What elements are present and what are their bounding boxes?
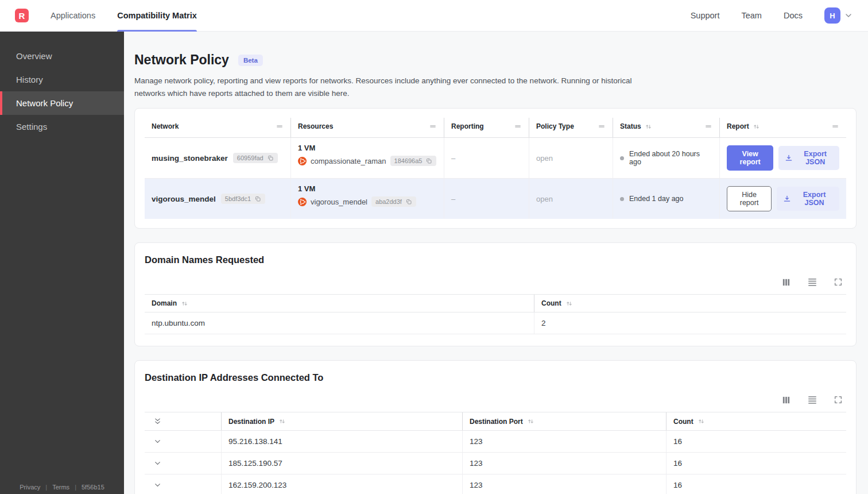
- avatar[interactable]: H: [824, 7, 840, 24]
- row-expand-chevron-icon[interactable]: [152, 481, 162, 489]
- terms-link[interactable]: Terms: [52, 484, 69, 491]
- column-header-status: Status: [613, 118, 719, 137]
- copy-icon[interactable]: [254, 195, 261, 202]
- download-icon: [783, 195, 791, 203]
- column-header-resources: Resources: [290, 118, 444, 137]
- user-menu[interactable]: H: [824, 7, 853, 24]
- fullscreen-icon[interactable]: [834, 395, 843, 404]
- report-cell: View report Export JSON: [719, 138, 846, 178]
- hide-report-button[interactable]: Hide report: [727, 186, 772, 211]
- sort-icon[interactable]: [181, 300, 188, 307]
- destination-port-cell: 123: [462, 474, 666, 494]
- column-header-reporting-label: Reporting: [451, 122, 484, 130]
- column-header-destination-ip: Destination IP: [221, 412, 462, 430]
- row-expand-chevron-icon[interactable]: [152, 437, 162, 446]
- row-expand-chevron-icon[interactable]: [152, 459, 162, 468]
- rows-density-icon[interactable]: [807, 277, 817, 287]
- column-header-policy-type-label: Policy Type: [536, 122, 574, 130]
- network-id-badge: 60959fad: [233, 153, 278, 163]
- sidebar-footer: Privacy | Terms | 5f56b15: [0, 484, 124, 491]
- columns-icon[interactable]: [781, 277, 791, 287]
- network-name-cell: vigorous_mendel 5bdf3dc1: [145, 179, 290, 219]
- count-cell: 16: [666, 431, 846, 452]
- nav-link-docs[interactable]: Docs: [784, 11, 803, 20]
- sidebar-item-overview-label: Overview: [16, 51, 52, 61]
- export-json-button[interactable]: Export JSON: [778, 146, 839, 170]
- column-resize-handle-icon[interactable]: [429, 122, 437, 130]
- destination-row[interactable]: 162.159.200.123 123 16: [145, 474, 846, 494]
- sort-icon[interactable]: [527, 418, 534, 425]
- destination-row[interactable]: 185.125.190.57 123 16: [145, 453, 846, 474]
- resource-summary: 1 VM: [298, 144, 315, 152]
- copy-icon[interactable]: [267, 155, 274, 161]
- network-id-badge: 5bdf3dc1: [221, 194, 265, 204]
- column-resize-handle-icon[interactable]: [276, 122, 284, 130]
- tab-compatibility-matrix[interactable]: Compatibility Matrix: [117, 0, 197, 32]
- main-content: Network Policy Beta Manage network polic…: [124, 32, 868, 494]
- destination-row[interactable]: 95.216.138.141 123 16: [145, 431, 846, 453]
- sidebar-item-network-policy-label: Network Policy: [16, 98, 73, 108]
- table-toolbar: [145, 395, 843, 405]
- nav-link-team[interactable]: Team: [741, 11, 761, 20]
- page-header: Network Policy Beta: [134, 52, 857, 68]
- tab-applications[interactable]: Applications: [51, 0, 95, 32]
- view-report-button[interactable]: View report: [727, 145, 773, 171]
- nav-link-support[interactable]: Support: [691, 11, 720, 20]
- network-id: 60959fad: [237, 155, 264, 161]
- active-tab-underline: [117, 30, 197, 32]
- domain-card-title: Domain Names Requested: [145, 254, 846, 265]
- copy-icon[interactable]: [405, 198, 412, 205]
- column-header-destination-ip-label: Destination IP: [228, 418, 274, 426]
- column-header-destination-port-label: Destination Port: [470, 418, 523, 426]
- destination-card-title: Destination IP Addresses Connected To: [145, 372, 846, 383]
- column-resize-handle-icon[interactable]: [704, 122, 712, 130]
- expander-cell: [145, 453, 221, 474]
- sidebar-item-history-label: History: [16, 75, 43, 84]
- status-cell: Ended 1 day ago: [613, 179, 719, 219]
- chevron-down-icon[interactable]: [844, 11, 853, 20]
- column-header-domain: Domain: [145, 295, 534, 312]
- tab-applications-label: Applications: [51, 11, 95, 20]
- sort-icon[interactable]: [278, 418, 286, 425]
- resource-summary: 1 VM: [298, 184, 315, 193]
- domain-row[interactable]: ntp.ubuntu.com 2: [145, 312, 846, 334]
- column-resize-handle-icon[interactable]: [831, 122, 839, 130]
- destination-ip-cell: 162.159.200.123: [221, 474, 462, 494]
- fullscreen-icon[interactable]: [834, 277, 843, 287]
- rows-density-icon[interactable]: [807, 395, 817, 405]
- copy-icon[interactable]: [425, 157, 432, 164]
- expander-cell: [145, 431, 221, 452]
- column-header-count: Count: [534, 295, 846, 312]
- sidebar-item-settings[interactable]: Settings: [0, 115, 124, 138]
- sort-icon[interactable]: [645, 123, 652, 130]
- column-resize-handle-icon[interactable]: [598, 122, 606, 130]
- column-header-domain-label: Domain: [152, 299, 177, 307]
- build-version: 5f56b15: [82, 484, 104, 491]
- resources-cell: 1 VM compassionate_raman 184696a5: [290, 138, 444, 178]
- beta-badge: Beta: [238, 55, 263, 66]
- sort-icon[interactable]: [698, 418, 705, 425]
- network-row-musing-stonebraker[interactable]: musing_stonebraker 60959fad 1 VM compass…: [145, 138, 846, 178]
- export-json-button[interactable]: Export JSON: [777, 187, 839, 211]
- network-name: vigorous_mendel: [152, 195, 216, 203]
- expand-all-icon[interactable]: [152, 417, 162, 426]
- brand-logo[interactable]: R: [15, 9, 29, 22]
- sidebar-item-overview[interactable]: Overview: [0, 44, 124, 68]
- resource-id: 184696a5: [394, 157, 423, 164]
- destination-port-cell: 123: [462, 453, 666, 474]
- sort-icon[interactable]: [565, 300, 573, 307]
- column-resize-handle-icon[interactable]: [514, 122, 522, 130]
- sort-icon[interactable]: [753, 123, 760, 130]
- privacy-link[interactable]: Privacy: [20, 484, 40, 491]
- network-row-vigorous-mendel[interactable]: vigorous_mendel 5bdf3dc1 1 VM vigorous_m…: [145, 178, 846, 219]
- top-nav: R Applications Compatibility Matrix Supp…: [0, 0, 868, 32]
- column-header-reporting: Reporting: [444, 118, 529, 137]
- resource-name: vigorous_mendel: [311, 198, 367, 206]
- footer-divider: |: [45, 484, 47, 491]
- sidebar-item-network-policy[interactable]: Network Policy: [0, 91, 124, 115]
- sidebar-item-settings-label: Settings: [16, 122, 47, 132]
- sidebar-item-history[interactable]: History: [0, 68, 124, 91]
- sidebar: Overview History Network Policy Settings…: [0, 32, 124, 494]
- columns-icon[interactable]: [781, 395, 791, 405]
- column-header-destination-port: Destination Port: [462, 412, 666, 430]
